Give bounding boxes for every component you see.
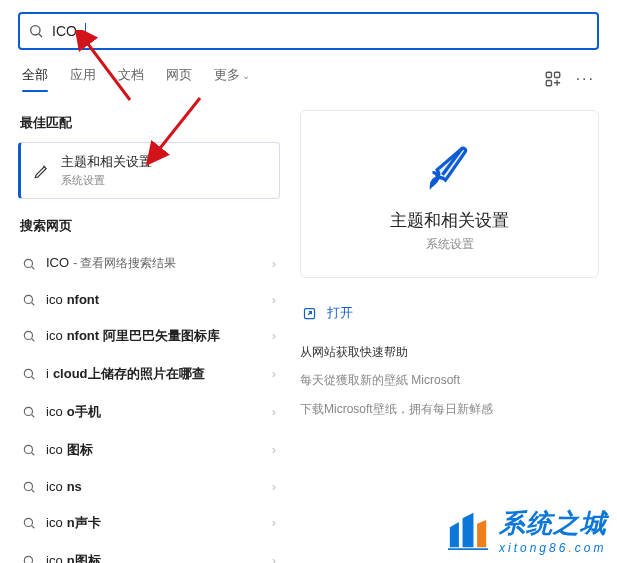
quicklink-1[interactable]: 每天從獲取新的壁紙 Microsoft [300,371,599,390]
chevron-right-icon: › [272,367,276,381]
search-icon [22,554,36,563]
search-icon [22,516,36,530]
chevron-down-icon: ⌄ [242,70,250,81]
search-bar[interactable]: ICO [18,12,599,50]
chevron-right-icon: › [272,443,276,457]
web-result-text: icloud上储存的照片在哪查 [46,365,262,383]
web-result-text: icon声卡 [46,514,262,532]
open-action[interactable]: 打开 [302,298,597,328]
svg-line-10 [32,339,35,342]
svg-point-13 [24,407,32,415]
search-icon [22,480,36,494]
filter-tabs: 全部 应用 文档 网页 更多⌄ [22,66,250,92]
chevron-right-icon: › [272,516,276,530]
web-result-text: icoo手机 [46,403,262,421]
tabs-row: 全部 应用 文档 网页 更多⌄ ··· [0,50,617,92]
tab-web[interactable]: 网页 [166,66,192,92]
open-label: 打开 [327,304,353,322]
svg-point-19 [24,518,32,526]
svg-point-5 [24,259,32,267]
preview-title: 主题和相关设置 [390,209,509,232]
section-search-web: 搜索网页 [20,217,280,235]
search-icon [22,257,36,271]
brush-icon [422,139,478,195]
watermark-logo-icon [445,511,491,551]
tab-more[interactable]: 更多⌄ [214,66,250,92]
web-result[interactable]: icon图标› [18,542,280,563]
search-text-display: ICO [52,23,77,39]
open-icon [302,306,317,321]
text-caret [85,23,86,39]
tab-apps[interactable]: 应用 [70,66,96,92]
web-result-text: iconfont [46,292,262,307]
search-icon [22,443,36,457]
results-column: 最佳匹配 主题和相关设置 系统设置 搜索网页 ICO - 查看网络搜索结果›ic… [18,110,280,563]
search-icon [22,405,36,419]
preview-column: 主题和相关设置 系统设置 打开 从网站获取快速帮助 每天從獲取新的壁紙 Micr… [300,110,599,563]
chevron-right-icon: › [272,554,276,563]
svg-line-8 [32,302,35,305]
svg-line-1 [39,34,42,37]
web-result[interactable]: icloud上储存的照片在哪查› [18,355,280,393]
svg-line-14 [32,415,35,418]
watermark-text: 系统之城 xitong86.com [499,506,607,555]
svg-rect-4 [546,81,551,86]
svg-line-18 [32,489,35,492]
search-icon [22,367,36,381]
svg-line-20 [32,526,35,529]
web-result-text: icons [46,479,262,494]
web-result-text: iconfont 阿里巴巴矢量图标库 [46,327,262,345]
chevron-right-icon: › [272,257,276,271]
pen-icon [33,162,51,180]
preview-subtitle: 系统设置 [426,236,474,253]
svg-point-21 [24,556,32,563]
web-result-text: ICO - 查看网络搜索结果 [46,255,262,272]
quickhelp-header: 从网站获取快速帮助 [300,344,599,361]
best-match-subtitle: 系统设置 [61,173,152,188]
search-icon [22,329,36,343]
search-icon [22,293,36,307]
web-result-text: icon图标 [46,552,262,563]
svg-line-12 [32,377,35,380]
best-match-title: 主题和相关设置 [61,153,152,171]
svg-line-16 [32,453,35,456]
web-result-text: ico图标 [46,441,262,459]
chevron-right-icon: › [272,329,276,343]
tab-all[interactable]: 全部 [22,66,48,92]
svg-point-17 [24,482,32,490]
web-result[interactable]: icoo手机› [18,393,280,431]
extensions-icon[interactable] [544,70,562,88]
preview-card: 主题和相关设置 系统设置 [300,110,599,278]
svg-point-9 [24,331,32,339]
web-result[interactable]: ICO - 查看网络搜索结果› [18,245,280,282]
chevron-right-icon: › [272,293,276,307]
best-match-result[interactable]: 主题和相关设置 系统设置 [18,142,280,199]
web-result[interactable]: iconfont 阿里巴巴矢量图标库› [18,317,280,355]
web-results-list: ICO - 查看网络搜索结果›iconfont›iconfont 阿里巴巴矢量图… [18,245,280,563]
svg-rect-2 [546,72,551,77]
chevron-right-icon: › [272,480,276,494]
svg-point-15 [24,445,32,453]
section-best-match: 最佳匹配 [20,114,280,132]
svg-point-11 [24,369,32,377]
chevron-right-icon: › [272,405,276,419]
web-result[interactable]: icons› [18,469,280,504]
tab-documents[interactable]: 文档 [118,66,144,92]
web-result[interactable]: iconfont› [18,282,280,317]
svg-point-0 [31,26,40,35]
svg-line-6 [32,266,35,269]
watermark: 系统之城 xitong86.com [445,506,607,555]
quicklink-2[interactable]: 下载Microsoft壁纸，拥有每日新鲜感 [300,400,599,419]
svg-rect-3 [554,72,559,77]
search-icon [28,23,44,39]
more-options-icon[interactable]: ··· [576,70,595,88]
web-result[interactable]: ico图标› [18,431,280,469]
web-result[interactable]: icon声卡› [18,504,280,542]
svg-point-7 [24,295,32,303]
